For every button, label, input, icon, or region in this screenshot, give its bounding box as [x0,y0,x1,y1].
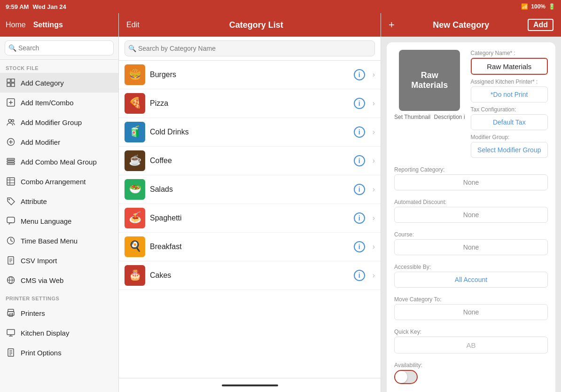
right-content: Raw Materials Set Thumbnail Description … [381,37,561,392]
course-button[interactable]: None [394,239,548,255]
automated-discount-label: Automated Discount: [394,199,548,205]
list-item[interactable]: 🍔 Burgers i › [119,61,381,89]
kitchen-printer-button[interactable]: *Do not Print [471,86,548,102]
category-list: 🍔 Burgers i › 🍕 Pizza i › 🧃 Cold Drinks [119,61,381,378]
category-name: Burgers [150,71,349,79]
category-name: Coffee [150,157,349,165]
list-item[interactable]: 🍕 Pizza i › [119,89,381,118]
info-button[interactable]: i [354,98,365,109]
availability-toggle[interactable] [394,370,418,384]
quick-key-display[interactable]: AB [394,337,548,353]
sidebar-item-kitchen-display[interactable]: Kitchen Display [0,323,118,343]
tax-config-button[interactable]: Default Tax [471,114,548,130]
battery-icon: 🔋 [548,3,555,10]
move-category-label: Move Category To: [394,296,548,303]
info-button[interactable]: i [354,241,365,252]
list-icon [6,157,16,167]
sidebar-search-container: 🔍 [0,37,118,60]
sidebar-item-csv-import[interactable]: CSV Import [0,251,118,270]
status-bar: 9:59 AM Wed Jan 24 📶 100% 🔋 [0,0,561,13]
sidebar-item-add-category[interactable]: Add Category [0,73,118,93]
globe-icon [6,275,16,285]
sidebar-search-input[interactable] [5,40,114,55]
list-item[interactable]: ☕ Coffee i › [119,147,381,175]
edit-button[interactable]: Edit [126,21,140,29]
info-button[interactable]: i [354,126,365,138]
modifier-group-button[interactable]: Select Modifier Group [471,142,548,158]
sidebar-item-label: Printers [21,309,113,317]
chevron-right-icon: › [373,214,375,222]
accessible-by-button[interactable]: All Account [394,272,548,288]
sidebar-item-menu-language[interactable]: Menu Language [0,211,118,231]
info-button[interactable]: i [354,270,365,281]
thumbnail-box[interactable]: Raw Materials [399,50,460,111]
svg-rect-2 [7,83,10,86]
list-item[interactable]: 🧃 Cold Drinks i › [119,118,381,147]
search-icon: 🔍 [8,44,16,52]
list-item[interactable]: 🎂 Cakes i › [119,261,381,290]
list-item[interactable]: 🍝 Spaghetti i › [119,204,381,233]
chat-icon [6,216,16,226]
status-time: 9:59 AM [6,3,29,10]
scroll-indicator [222,384,278,386]
list-item[interactable]: 🍳 Breakfast i › [119,233,381,261]
move-category-field: Move Category To: None [394,296,548,320]
sidebar-item-label: Combo Arrangement [21,178,113,186]
sidebar-item-add-modifier[interactable]: Add Modifier [0,132,118,152]
right-header: + New Category Add [381,13,561,37]
sidebar-item-combo-arrangement[interactable]: Combo Arrangement [0,172,118,191]
move-category-button[interactable]: None [394,304,548,320]
category-name: Breakfast [150,243,349,251]
bottom-bar [119,378,381,392]
doc-text-icon [6,347,16,358]
sidebar-item-time-based-menu[interactable]: Time Based Menu [0,231,118,251]
sidebar-item-add-modifier-group[interactable]: Add Modifier Group [0,112,118,132]
right-panel: + New Category Add Raw Materials Set Thu… [381,13,561,392]
list-item[interactable]: 🥗 Salads i › [119,175,381,204]
search-icon: 🔍 [128,45,136,52]
category-name: Salads [150,185,349,194]
svg-rect-1 [11,79,15,82]
display-icon [6,328,16,338]
set-thumbnail-caption: Set Thumbnail Description i [394,114,465,120]
right-panel-title: New Category [398,20,524,30]
chevron-right-icon: › [373,99,375,108]
thumbnail-section: Raw Materials Set Thumbnail Description … [394,50,465,162]
sidebar-item-label: Time Based Menu [21,237,113,245]
reporting-category-button[interactable]: None [394,174,548,190]
sidebar-item-label: Add Modifier [21,138,113,146]
svg-rect-15 [7,178,15,185]
svg-text:🥗: 🥗 [129,182,142,195]
home-button[interactable]: Home [6,21,26,29]
sidebar-item-add-item-combo[interactable]: Add Item/Combo [0,93,118,112]
sidebar-item-print-options[interactable]: Print Options [0,343,118,362]
info-button[interactable]: i [354,212,365,224]
sidebar-item-label: Add Item/Combo [21,99,113,107]
middle-panel-title: Category List [140,20,373,30]
category-search-input[interactable] [125,40,375,56]
automated-discount-button[interactable]: None [394,207,548,223]
info-button[interactable]: i [354,184,365,195]
sidebar-item-cms-via-web[interactable]: CMS via Web [0,270,118,290]
plus-button[interactable]: + [389,19,395,31]
sidebar-item-printers[interactable]: Printers [0,303,118,323]
section-label-printer: PRINTER SETTINGS [0,290,118,303]
info-icon[interactable]: i [464,114,465,120]
category-name-input[interactable] [471,58,548,75]
printer-icon [6,308,16,318]
chevron-right-icon: › [373,185,375,194]
doc-icon [6,255,16,266]
sidebar-item-add-combo-meal-group[interactable]: Add Combo Meal Group [0,152,118,172]
wifi-icon: 📶 [521,3,528,10]
category-thumbnail: 🍔 [125,64,145,85]
middle-header: Edit Category List [119,13,381,37]
section-label-stock: STOCK FILE [0,60,118,73]
category-name-field: Category Name* : [471,50,548,75]
sidebar-item-attribute[interactable]: Attribute [0,191,118,211]
add-button[interactable]: Add [528,19,553,31]
info-button[interactable]: i [354,155,365,166]
settings-button[interactable]: Settings [33,21,63,29]
automated-discount-field: Automated Discount: None [394,199,548,223]
quick-key-label: Quick Key: [394,329,548,335]
info-button[interactable]: i [354,69,365,80]
